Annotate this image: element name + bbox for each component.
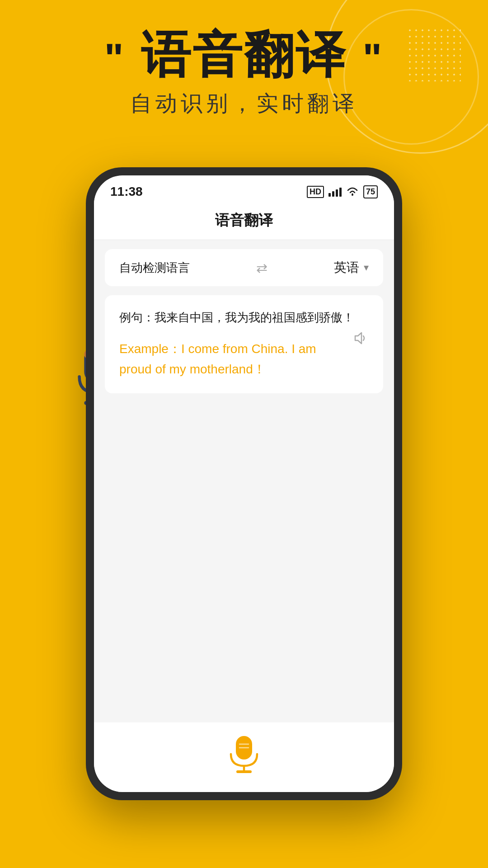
svg-rect-9 (236, 770, 252, 773)
swap-languages-button[interactable]: ⇄ (256, 260, 267, 276)
header-area: " 语音翻译 " 自动识别，实时翻译 (0, 27, 488, 118)
hd-indicator: HD (307, 186, 324, 198)
translation-box: 例句：我来自中国，我为我的祖国感到骄傲！ Example：I come from… (105, 295, 383, 393)
target-language-selector[interactable]: 英语 ▾ (334, 259, 369, 276)
target-language-label: 英语 (334, 259, 359, 276)
bottom-bar (94, 722, 394, 792)
speaker-icon (352, 330, 369, 346)
phone-outer-frame: 11:38 HD (86, 167, 402, 800)
translated-text: Example：I come from China. I am proud of… (119, 339, 369, 380)
status-icons: HD (307, 185, 378, 198)
status-bar: 11:38 HD (94, 175, 394, 203)
battery-icon: 75 (363, 185, 378, 198)
svg-point-4 (352, 194, 353, 196)
quote-open: " (104, 36, 126, 81)
mic-record-button[interactable] (224, 733, 264, 774)
phone-mockup: 11:38 HD (86, 167, 402, 800)
source-text: 例句：我来自中国，我为我的祖国感到骄傲！ (119, 309, 369, 326)
speaker-button[interactable] (351, 328, 371, 348)
app-title-text: 语音翻译 (215, 212, 273, 228)
app-subtitle: 自动识别，实时翻译 (0, 89, 488, 118)
language-selector[interactable]: 自动检测语言 ⇄ 英语 ▾ (105, 249, 383, 286)
chevron-down-icon[interactable]: ▾ (364, 262, 369, 274)
quote-close: " (363, 36, 384, 81)
wifi-icon (346, 187, 359, 197)
phone-inner-frame: 11:38 HD (94, 175, 394, 792)
app-titlebar: 语音翻译 (94, 203, 394, 240)
signal-icon (328, 187, 342, 197)
main-content-area (94, 393, 394, 722)
phone-screen: 11:38 HD (94, 175, 394, 792)
source-language-label[interactable]: 自动检测语言 (119, 260, 190, 276)
app-headline: " 语音翻译 " (0, 27, 488, 82)
status-time: 11:38 (110, 184, 143, 199)
